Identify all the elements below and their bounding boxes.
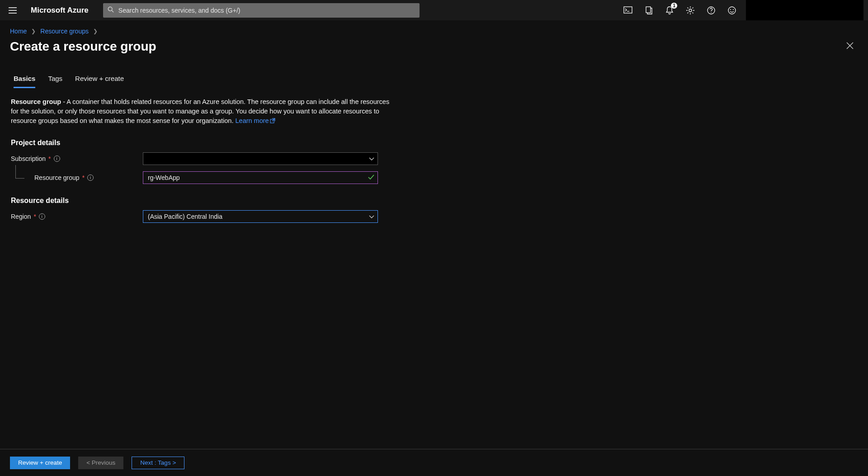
subscription-label: Subscription [11,155,46,162]
required-asterisk: * [82,174,85,181]
topbar: Microsoft Azure 1 [0,0,868,20]
help-icon[interactable] [706,5,716,15]
notification-badge: 1 [671,3,677,9]
subscription-dropdown[interactable] [143,152,378,165]
settings-icon[interactable] [685,5,695,15]
tab-tags[interactable]: Tags [48,75,62,88]
field-subscription: Subscription * i [11,152,396,165]
svg-line-17 [272,118,275,121]
directories-icon[interactable] [644,5,654,15]
notifications-icon[interactable]: 1 [665,5,675,15]
region-label: Region [11,213,31,220]
resource-group-label: Resource group [34,174,80,181]
chevron-right-icon: ❯ [31,28,36,34]
topbar-icons: 1 [623,5,737,15]
region-dropdown[interactable] [143,210,378,223]
svg-point-13 [733,9,734,10]
external-link-icon [270,117,275,126]
breadcrumb-resource-groups[interactable]: Resource groups [40,28,89,35]
learn-more-link[interactable]: Learn more [236,117,269,124]
brand-label: Microsoft Azure [31,6,89,15]
svg-point-11 [728,7,736,14]
previous-button: < Previous [78,457,123,469]
svg-rect-5 [624,7,632,13]
next-tags-button[interactable]: Next : Tags > [132,457,184,469]
description-body: - A container that holds related resourc… [11,98,389,124]
section-resource-details: Resource details [11,197,396,205]
description-lead: Resource group [11,98,61,105]
svg-point-10 [711,12,712,13]
info-icon[interactable]: i [54,156,60,162]
title-bar: Create a resource group [0,38,868,59]
svg-rect-7 [646,7,651,13]
close-icon[interactable] [844,39,856,52]
section-project-details: Project details [11,139,396,147]
chevron-right-icon: ❯ [93,28,98,34]
breadcrumb-home[interactable]: Home [10,28,27,35]
required-asterisk: * [48,155,51,162]
tab-bar: Basics Tags Review + create [0,59,868,88]
checkmark-icon [368,174,374,182]
description-text: Resource group - A container that holds … [11,97,396,126]
svg-line-4 [112,10,113,12]
search-wrap [103,3,420,18]
page-title: Create a resource group [10,39,156,54]
review-create-button[interactable]: Review + create [10,457,70,469]
breadcrumb: Home ❯ Resource groups ❯ [0,20,868,38]
svg-point-12 [730,9,731,10]
field-resource-group: Resource group * i [11,171,396,184]
form-content: Resource group - A container that holds … [0,88,407,223]
required-asterisk: * [33,213,36,220]
tab-basics[interactable]: Basics [14,75,35,88]
tree-connector [15,165,24,179]
resource-group-input[interactable] [143,171,378,184]
info-icon[interactable]: i [39,213,45,220]
feedback-icon[interactable] [727,5,737,15]
footer-bar: Review + create < Previous Next : Tags > [0,449,868,476]
menu-icon[interactable] [5,2,21,19]
svg-point-3 [108,7,112,11]
account-area[interactable] [746,0,863,20]
cloudshell-icon[interactable] [623,5,633,15]
info-icon[interactable]: i [87,174,94,181]
field-region: Region * i [11,210,396,223]
tab-review-create[interactable]: Review + create [75,75,124,88]
svg-point-8 [689,9,692,12]
search-input[interactable] [103,3,420,18]
search-icon [108,6,114,14]
